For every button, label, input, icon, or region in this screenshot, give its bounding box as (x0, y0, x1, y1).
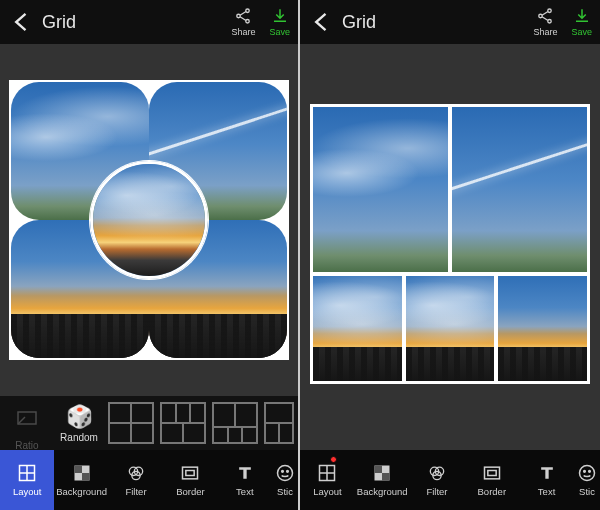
share-button[interactable]: Share (533, 7, 557, 37)
nav-label: Stic (579, 486, 595, 497)
download-icon (573, 7, 591, 25)
nav-label: Layout (313, 486, 342, 497)
svg-point-14 (282, 471, 284, 473)
save-button[interactable]: Save (571, 7, 592, 37)
nav-layout[interactable]: Layout (0, 450, 54, 510)
svg-rect-12 (186, 471, 194, 476)
nav-label: Background (56, 486, 107, 497)
background-icon (72, 463, 92, 483)
editor-canvas[interactable] (300, 44, 600, 450)
nav-label: Filter (426, 486, 447, 497)
layout-template[interactable] (212, 402, 258, 444)
svg-point-29 (584, 471, 586, 473)
layout-icon (317, 463, 337, 483)
save-label: Save (571, 27, 592, 37)
random-option[interactable]: 🎲 Random (56, 404, 102, 443)
back-button[interactable] (308, 8, 336, 36)
pane-right: Grid Share Save (300, 0, 600, 510)
svg-point-0 (246, 9, 249, 12)
layout-template-row: Ratio 🎲 Random (0, 396, 298, 450)
sticker-icon (577, 463, 597, 483)
nav-border[interactable]: Border (464, 450, 519, 510)
collage-cell[interactable] (406, 276, 494, 381)
nav-label: Filter (125, 486, 146, 497)
svg-rect-6 (74, 466, 82, 474)
nav-text[interactable]: Text (519, 450, 574, 510)
nav-filter[interactable]: Filter (410, 450, 465, 510)
border-icon (482, 463, 502, 483)
filter-icon (126, 463, 146, 483)
nav-label: Background (357, 486, 408, 497)
editor-canvas[interactable] (0, 44, 298, 396)
save-button[interactable]: Save (269, 7, 290, 37)
text-icon (537, 463, 557, 483)
svg-point-17 (539, 14, 542, 17)
svg-rect-26 (484, 467, 499, 479)
pane-left: Grid Share Save (0, 0, 300, 510)
nav-sticker[interactable]: Stic (574, 450, 600, 510)
share-icon (536, 7, 554, 25)
nav-filter[interactable]: Filter (109, 450, 163, 510)
collage-center-circle[interactable] (90, 161, 208, 279)
bottom-nav: Layout Background Filter Border Text Sti… (0, 450, 298, 510)
svg-point-30 (589, 471, 591, 473)
svg-point-16 (548, 9, 551, 12)
svg-point-13 (278, 466, 293, 481)
svg-point-2 (246, 20, 249, 23)
ratio-option[interactable]: Ratio (4, 396, 50, 451)
layout-template[interactable] (264, 402, 294, 444)
bottom-nav: Layout Background Filter Border Text Sti… (300, 450, 600, 510)
collage-cell[interactable] (313, 107, 448, 272)
nav-label: Text (236, 486, 253, 497)
share-button[interactable]: Share (231, 7, 255, 37)
back-button[interactable] (8, 8, 36, 36)
text-icon (235, 463, 255, 483)
svg-point-1 (237, 14, 240, 17)
nav-label: Border (478, 486, 507, 497)
nav-text[interactable]: Text (218, 450, 272, 510)
nav-label: Border (176, 486, 205, 497)
collage-cell[interactable] (452, 107, 587, 272)
ratio-icon (15, 405, 39, 429)
filter-icon (427, 463, 447, 483)
nav-label: Text (538, 486, 555, 497)
nav-label: Stic (277, 486, 293, 497)
nav-label: Layout (13, 486, 42, 497)
random-label: Random (56, 432, 102, 443)
share-icon (234, 7, 252, 25)
svg-rect-27 (488, 471, 496, 476)
share-label: Share (533, 27, 557, 37)
app-header: Grid Share Save (0, 0, 298, 44)
svg-rect-11 (183, 467, 198, 479)
ratio-label: Ratio (4, 440, 50, 451)
download-icon (271, 7, 289, 25)
svg-point-18 (548, 20, 551, 23)
svg-rect-21 (375, 466, 383, 474)
collage-cell[interactable] (498, 276, 587, 381)
layout-template[interactable] (108, 402, 154, 444)
page-title: Grid (342, 12, 533, 33)
notification-dot (330, 456, 337, 463)
page-title: Grid (42, 12, 231, 33)
background-icon (372, 463, 392, 483)
collage-grid[interactable] (9, 80, 289, 360)
collage-cell[interactable] (313, 276, 402, 381)
share-label: Share (231, 27, 255, 37)
svg-point-15 (287, 471, 289, 473)
nav-background[interactable]: Background (355, 450, 410, 510)
svg-rect-22 (382, 473, 390, 481)
nav-layout[interactable]: Layout (300, 450, 355, 510)
sticker-icon (275, 463, 295, 483)
border-icon (180, 463, 200, 483)
dice-icon: 🎲 (66, 404, 93, 430)
svg-point-28 (579, 466, 594, 481)
save-label: Save (269, 27, 290, 37)
app-header: Grid Share Save (300, 0, 600, 44)
nav-background[interactable]: Background (54, 450, 108, 510)
layout-template[interactable] (160, 402, 206, 444)
svg-rect-7 (82, 473, 90, 481)
nav-border[interactable]: Border (163, 450, 217, 510)
layout-icon (17, 463, 37, 483)
nav-sticker[interactable]: Stic (272, 450, 298, 510)
collage-grid[interactable] (310, 104, 590, 384)
